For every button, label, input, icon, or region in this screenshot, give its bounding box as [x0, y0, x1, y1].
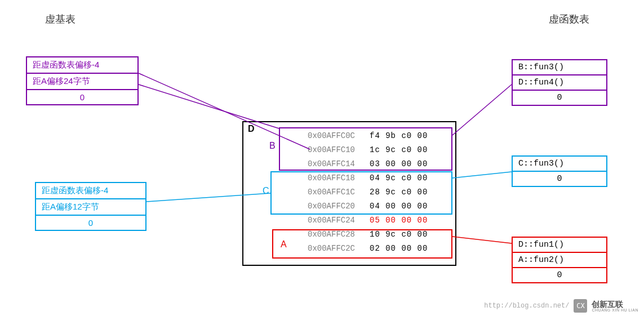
footer-url: http://blog.csdn.net/ [484, 302, 569, 310]
memory-sub-c-label: C [263, 186, 269, 196]
vftable-b: B::fun3() D::fun4() 0 [512, 59, 607, 106]
vbtable-c-row0: 距虚函数表偏移-4 [35, 183, 146, 199]
vftable-a-row0: D::fun1() [512, 237, 607, 252]
vftable-b-row0: B::fun3() [512, 60, 607, 75]
vftable-a-row2: 0 [512, 268, 607, 283]
addr-6: 0x00AFFC24 [304, 213, 366, 227]
memory-sub-b-box [279, 127, 452, 171]
vftable-a: D::fun1() A::fun2() 0 [512, 237, 607, 283]
vftable-a-row1: A::fun2() [512, 252, 607, 268]
vftable-b-row1: D::fun4() [512, 75, 607, 90]
memory-sub-a-label: A [281, 239, 287, 250]
svg-line-2 [452, 84, 512, 135]
vftable-c-row0: C::fun3() [512, 156, 607, 171]
memory-sub-b-label: B [269, 141, 276, 151]
bytes-6: 05 00 00 00 [366, 213, 445, 227]
vbtable-c-row2: 0 [35, 215, 146, 230]
vftable-c-row1: 0 [512, 171, 607, 186]
vbtable-b-row1: 距A偏移24字节 [26, 73, 138, 90]
svg-line-5 [452, 237, 512, 243]
vbtable-b-row0: 距虚函数表偏移-4 [26, 57, 138, 73]
vftable-c: C::fun3() 0 [512, 155, 607, 187]
vbtable-b: 距虚函数表偏移-4 距A偏移24字节 0 [26, 56, 139, 105]
footer-brand: 创新互联 [592, 300, 638, 308]
vbtable-b-row2: 0 [26, 90, 138, 105]
footer-brand-sub: CHUANG XIN HU LIAN [592, 308, 638, 312]
diagram-canvas: 虚基表 虚函数表 距虚函数表偏移-4 距A偏移24字节 0 距虚函数表偏移-4 … [0, 0, 644, 316]
memory-label-D: D [248, 124, 255, 134]
heading-vbtable: 虚基表 [45, 12, 75, 26]
footer-watermark: http://blog.csdn.net/ CX 创新互联 CHUANG XIN… [484, 299, 638, 313]
memory-sub-c-box [270, 171, 452, 215]
heading-vftable: 虚函数表 [549, 12, 589, 26]
svg-line-4 [452, 172, 512, 178]
memory-sub-a-box [272, 229, 452, 259]
vbtable-c-row1: 距A偏移12字节 [35, 199, 146, 215]
vbtable-c: 距虚函数表偏移-4 距A偏移12字节 0 [35, 182, 146, 231]
vftable-b-row2: 0 [512, 90, 607, 105]
footer-logo-icon: CX [574, 299, 587, 313]
